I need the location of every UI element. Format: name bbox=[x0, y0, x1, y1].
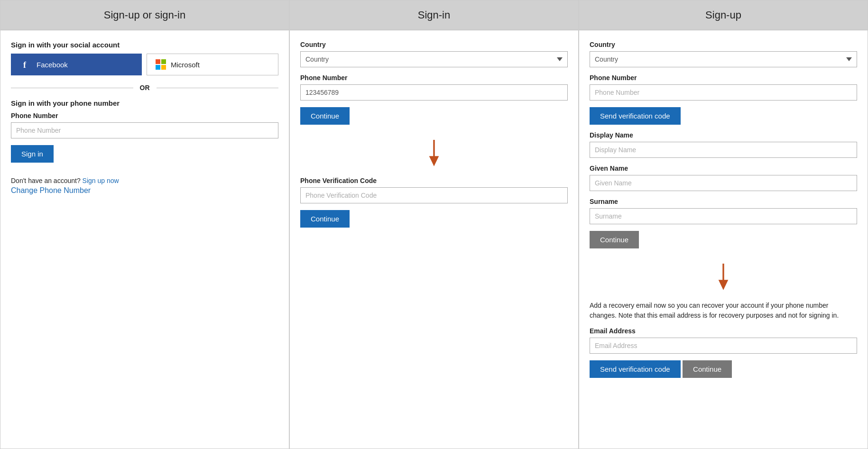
continue-button-2[interactable]: Continue bbox=[300, 210, 350, 228]
phone-number-label: Phone Number bbox=[300, 74, 568, 82]
country-select[interactable]: Country bbox=[590, 51, 857, 67]
continue-button[interactable]: Continue bbox=[590, 231, 639, 248]
social-signin-title: Sign in with your social account bbox=[11, 41, 278, 49]
facebook-icon: f bbox=[19, 58, 32, 71]
given-name-label: Given Name bbox=[590, 165, 857, 172]
svg-rect-5 bbox=[161, 65, 166, 70]
panel3-header: Sign-up bbox=[579, 0, 868, 30]
change-phone-link[interactable]: Change Phone Number bbox=[11, 186, 278, 195]
send-verification-btn-2[interactable]: Send verification code bbox=[590, 360, 681, 378]
microsoft-label: Microsoft bbox=[171, 61, 200, 69]
facebook-button[interactable]: f Facebook bbox=[11, 54, 142, 75]
send-verification-btn-1[interactable]: Send verification code bbox=[590, 107, 681, 125]
svg-text:f: f bbox=[23, 60, 27, 70]
continue-button-1[interactable]: Continue bbox=[300, 107, 350, 125]
surname-label: Surname bbox=[590, 198, 857, 205]
panel-signup: Sign-up Country Country Phone Number Sen… bbox=[579, 0, 868, 449]
microsoft-button[interactable]: Microsoft bbox=[147, 54, 278, 75]
phone-number-input[interactable] bbox=[590, 84, 857, 101]
email-label: Email Address bbox=[590, 327, 857, 335]
panel-signin: Sign-in Country Country Phone Number Con… bbox=[289, 0, 579, 449]
phone-number-input[interactable] bbox=[300, 84, 568, 101]
phone-signin-title: Sign in with your phone number bbox=[11, 99, 278, 107]
arrow-down-1 bbox=[300, 140, 568, 168]
svg-rect-4 bbox=[156, 65, 160, 70]
facebook-label: Facebook bbox=[37, 61, 68, 69]
arrow-down-2 bbox=[590, 264, 857, 292]
svg-marker-7 bbox=[429, 156, 439, 166]
display-name-input[interactable] bbox=[590, 142, 857, 158]
svg-rect-3 bbox=[161, 59, 166, 64]
social-buttons: f Facebook Microsoft bbox=[11, 54, 278, 75]
panel1-header: Sign-up or sign-in bbox=[0, 0, 289, 30]
email-input[interactable] bbox=[590, 338, 857, 354]
phone-number-label: Phone Number bbox=[590, 74, 857, 82]
display-name-label: Display Name bbox=[590, 131, 857, 139]
svg-marker-9 bbox=[719, 280, 729, 290]
panel-signup-signin: Sign-up or sign-in Sign in with your soc… bbox=[0, 0, 289, 449]
phone-number-input[interactable] bbox=[11, 122, 278, 138]
verification-code-input[interactable] bbox=[300, 187, 568, 203]
verification-code-label: Phone Verification Code bbox=[300, 177, 568, 184]
given-name-input[interactable] bbox=[590, 175, 857, 191]
sign-up-now-link[interactable]: Sign up now bbox=[83, 177, 119, 184]
phone-number-label: Phone Number bbox=[11, 112, 278, 119]
microsoft-icon bbox=[156, 59, 166, 70]
surname-input[interactable] bbox=[590, 208, 857, 224]
continue-button-2[interactable]: Continue bbox=[683, 360, 732, 378]
panel2-header: Sign-in bbox=[290, 0, 578, 30]
svg-rect-2 bbox=[156, 59, 160, 64]
country-label: Country bbox=[300, 41, 568, 48]
recovery-text: Add a recovery email now so you can reco… bbox=[590, 301, 857, 321]
country-label: Country bbox=[590, 41, 857, 48]
or-divider: OR bbox=[11, 84, 278, 92]
sign-in-button[interactable]: Sign in bbox=[11, 145, 54, 163]
no-account-text: Don't have an account? Sign up now bbox=[11, 177, 278, 184]
country-select[interactable]: Country bbox=[300, 51, 568, 67]
